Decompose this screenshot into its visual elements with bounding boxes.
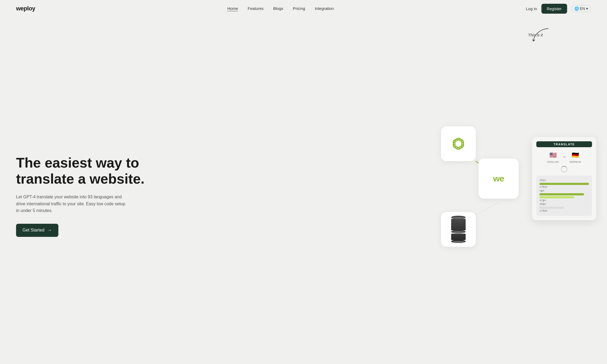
code-preview: <h1> </h1> <p> </p> <h3> </h3> [536, 176, 592, 216]
code-bar-p2 [540, 196, 574, 198]
get-started-button[interactable]: Get Started → [16, 224, 58, 237]
arrow-icon: → [47, 228, 52, 233]
translate-direction-icon: → [562, 154, 566, 159]
target-language: 🇩🇪 GERMAN [570, 150, 581, 163]
database-icon [451, 216, 466, 243]
weploy-center-card: we [478, 158, 519, 199]
nav-home[interactable]: Home [227, 6, 238, 11]
database-card [441, 212, 476, 247]
brand-logo[interactable]: weploy [16, 5, 35, 12]
loading-spinner [561, 166, 567, 172]
english-flag: 🇺🇸 [548, 150, 558, 160]
code-line-h1-close: </h1> [540, 186, 589, 189]
code-bar-h1 [540, 183, 589, 185]
hero-subtitle: Let GPT-4 translate your website into 93… [16, 194, 129, 214]
hero-diagram: we TRANSLATE 🇺🇸 ENGLISH → 🇩 [436, 126, 591, 249]
code-line-h3-open: <h3> [540, 203, 589, 206]
source-lang-label: ENGLISH [547, 161, 559, 163]
code-line-h1-open: <h1> [540, 179, 589, 182]
translate-card: TRANSLATE 🇺🇸 ENGLISH → 🇩🇪 GERMAN <h1> </… [532, 137, 596, 220]
source-language: 🇺🇸 ENGLISH [547, 150, 559, 163]
hero-title: The easiest way to translate a website. [16, 155, 166, 187]
target-lang-label: GERMAN [570, 161, 581, 163]
code-bar-p1 [540, 193, 584, 195]
navbar: weploy Home Features Blogs Pricing Integ… [0, 0, 607, 17]
hero-section: The easiest way to translate a website. … [16, 139, 166, 237]
weploy-card-logo: we [493, 174, 504, 184]
german-flag: 🇩🇪 [571, 150, 580, 160]
main-content: The easiest way to translate a website. … [0, 17, 607, 364]
lang-label: EN [580, 6, 585, 11]
get-started-label: Get Started [22, 228, 44, 233]
code-line-h3-close: </h3> [540, 210, 589, 213]
translate-badge: TRANSLATE [536, 141, 592, 147]
logo-text: weploy [16, 5, 35, 12]
globe-icon: 🌐 [574, 6, 579, 11]
code-bar-h3 [540, 207, 564, 209]
nav-features[interactable]: Features [248, 6, 263, 11]
nav-right: Log In Register 🌐 EN ▾ [526, 4, 591, 14]
nav-pricing[interactable]: Pricing [293, 6, 305, 11]
register-button[interactable]: Register [541, 4, 567, 14]
language-flags-row: 🇺🇸 ENGLISH → 🇩🇪 GERMAN [536, 150, 592, 163]
svg-line-1 [476, 203, 499, 215]
code-line-p-close: </p> [540, 199, 589, 202]
nav-links: Home Features Blogs Pricing Integration [227, 6, 334, 11]
chevron-down-icon: ▾ [586, 6, 588, 11]
nav-integration[interactable]: Integration [315, 6, 334, 11]
openai-card [441, 126, 476, 161]
nav-blogs[interactable]: Blogs [273, 6, 283, 11]
code-line-p-open: <p> [540, 189, 589, 192]
login-button[interactable]: Log In [526, 6, 537, 11]
language-selector[interactable]: 🌐 EN ▾ [571, 5, 591, 12]
openai-icon [450, 135, 467, 152]
